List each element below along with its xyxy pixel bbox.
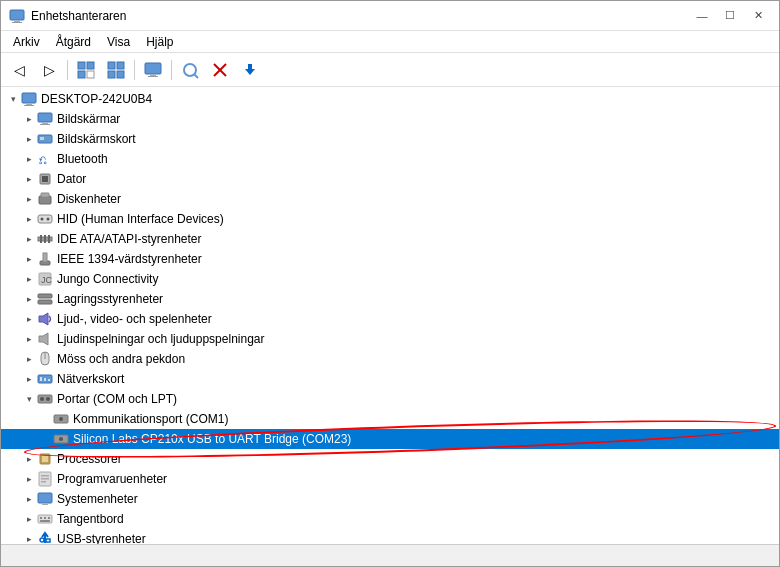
toggle-moss[interactable] <box>21 351 37 367</box>
tree-item-ljud[interactable]: Ljud-, video- och spelenheter <box>1 309 779 329</box>
toolbar-separator-2 <box>134 60 135 80</box>
svg-rect-44 <box>38 294 52 298</box>
icon-dator <box>37 171 53 187</box>
menu-hjalp[interactable]: Hjälp <box>138 33 181 51</box>
toggle-lagring[interactable] <box>21 291 37 307</box>
toggle-portar[interactable] <box>21 391 37 407</box>
toggle-ide[interactable] <box>21 231 37 247</box>
main-content: DESKTOP-242U0B4 BildskärmarBildskärmskor… <box>1 87 779 544</box>
tree-item-systemenheter[interactable]: Systemenheter <box>1 489 779 509</box>
back-button[interactable]: ◁ <box>5 57 33 83</box>
svg-rect-41 <box>43 253 47 262</box>
menu-visa[interactable]: Visa <box>99 33 138 51</box>
tree-item-lagring[interactable]: Lagringsstyrenheter <box>1 289 779 309</box>
label-natverkskort: Nätverkskort <box>57 372 124 386</box>
svg-rect-19 <box>248 64 252 70</box>
show-all-button[interactable] <box>102 57 130 83</box>
monitor-button[interactable] <box>139 57 167 83</box>
toggle-natverkskort[interactable] <box>21 371 37 387</box>
toggle-processorer[interactable] <box>21 451 37 467</box>
minimize-button[interactable]: — <box>689 6 715 26</box>
icon-bluetooth: ⎌ <box>37 151 53 167</box>
tree-item-bildskarmar[interactable]: Bildskärmar <box>1 109 779 129</box>
tree-item-processorer[interactable]: Processorer <box>1 449 779 469</box>
svg-rect-30 <box>42 176 48 182</box>
toggle-tangentbord[interactable] <box>21 511 37 527</box>
tree-item-kommunikationsport[interactable]: Kommunikationsport (COM1) <box>1 409 779 429</box>
show-hide-button[interactable] <box>72 57 100 83</box>
svg-rect-2 <box>12 22 22 23</box>
tree-root[interactable]: DESKTOP-242U0B4 <box>1 89 779 109</box>
root-toggle[interactable] <box>5 91 21 107</box>
remove-button[interactable] <box>206 57 234 83</box>
svg-point-56 <box>46 397 50 401</box>
menu-arkiv[interactable]: Arkiv <box>5 33 48 51</box>
svg-rect-24 <box>42 123 48 124</box>
tree-item-bluetooth[interactable]: ⎌Bluetooth <box>1 149 779 169</box>
svg-rect-53 <box>48 379 50 381</box>
label-systemenheter: Systemenheter <box>57 492 138 506</box>
svg-rect-51 <box>40 377 42 381</box>
tree-item-ljudinspelning[interactable]: Ljudinspelningar och ljuduppspelningar <box>1 329 779 349</box>
tree-item-natverkskort[interactable]: Nätverkskort <box>1 369 779 389</box>
svg-rect-72 <box>48 517 50 519</box>
tree-item-bildskarmskort[interactable]: Bildskärmskort <box>1 129 779 149</box>
toggle-ieee[interactable] <box>21 251 37 267</box>
tree-item-programvaruenheter[interactable]: Programvaruenheter <box>1 469 779 489</box>
label-lagring: Lagringsstyrenheter <box>57 292 163 306</box>
icon-jungo: JC <box>37 271 53 287</box>
device-tree[interactable]: DESKTOP-242U0B4 BildskärmarBildskärmskor… <box>1 87 779 544</box>
forward-button[interactable]: ▷ <box>35 57 63 83</box>
toggle-bluetooth[interactable] <box>21 151 37 167</box>
svg-text:JC: JC <box>41 275 53 285</box>
tree-item-dator[interactable]: Dator <box>1 169 779 189</box>
tree-item-tangentbord[interactable]: Tangentbord <box>1 509 779 529</box>
toggle-jungo[interactable] <box>21 271 37 287</box>
icon-bildskarmar <box>37 111 53 127</box>
toggle-systemenheter[interactable] <box>21 491 37 507</box>
toolbar: ◁ ▷ <box>1 53 779 87</box>
svg-rect-21 <box>26 104 32 105</box>
toggle-dator[interactable] <box>21 171 37 187</box>
update-button[interactable] <box>236 57 264 83</box>
menu-atgard[interactable]: Åtgärd <box>48 33 99 51</box>
toggle-bildskarmar[interactable] <box>21 111 37 127</box>
label-tangentbord: Tangentbord <box>57 512 124 526</box>
tree-item-usb-styrenheter[interactable]: USB-styrenheter <box>1 529 779 544</box>
status-bar <box>1 544 779 566</box>
label-bluetooth: Bluetooth <box>57 152 108 166</box>
tree-item-jungo[interactable]: JCJungo Connectivity <box>1 269 779 289</box>
toggle-bildskarmskort[interactable] <box>21 131 37 147</box>
maximize-button[interactable]: ☐ <box>717 6 743 26</box>
tree-item-hid[interactable]: HID (Human Interface Devices) <box>1 209 779 229</box>
svg-rect-22 <box>24 105 34 106</box>
icon-usb-styrenheter <box>37 531 53 544</box>
label-usb-styrenheter: USB-styrenheter <box>57 532 146 544</box>
tree-item-silicon-labs[interactable]: Silicon Labs CP210x USB to UART Bridge (… <box>1 429 779 449</box>
tree-item-portar[interactable]: Portar (COM och LPT) <box>1 389 779 409</box>
tree-item-ide[interactable]: IDE ATA/ATAPI-styrenheter <box>1 229 779 249</box>
toggle-ljudinspelning[interactable] <box>21 331 37 347</box>
root-icon <box>21 91 37 107</box>
label-hid: HID (Human Interface Devices) <box>57 212 224 226</box>
tree-item-ieee[interactable]: IEEE 1394-värdstyrenheter <box>1 249 779 269</box>
toggle-hid[interactable] <box>21 211 37 227</box>
update-icon <box>241 61 259 79</box>
toggle-ljud[interactable] <box>21 311 37 327</box>
tree-item-diskenheter[interactable]: Diskenheter <box>1 189 779 209</box>
tree-item-moss[interactable]: Möss och andra pekdon <box>1 349 779 369</box>
svg-rect-9 <box>108 71 115 78</box>
label-kommunikationsport: Kommunikationsport (COM1) <box>73 412 228 426</box>
toggle-usb-styrenheter[interactable] <box>21 531 37 544</box>
icon-lagring <box>37 291 53 307</box>
svg-rect-23 <box>38 113 52 122</box>
svg-marker-47 <box>39 333 48 345</box>
svg-point-55 <box>40 397 44 401</box>
label-silicon-labs: Silicon Labs CP210x USB to UART Bridge (… <box>73 432 351 446</box>
toggle-diskenheter[interactable] <box>21 191 37 207</box>
scan-button[interactable] <box>176 57 204 83</box>
svg-rect-7 <box>108 62 115 69</box>
close-button[interactable]: ✕ <box>745 6 771 26</box>
toggle-programvaruenheter[interactable] <box>21 471 37 487</box>
svg-rect-70 <box>40 517 42 519</box>
